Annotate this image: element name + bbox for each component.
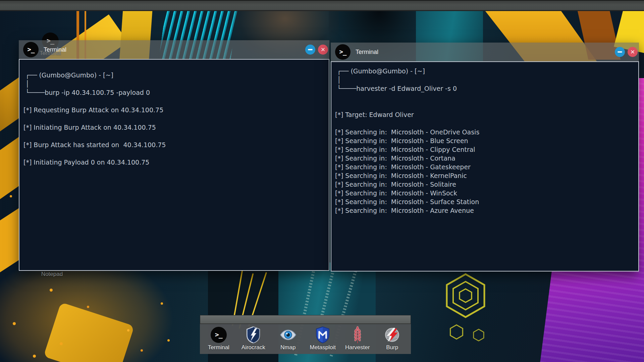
desktop-icon-notepad[interactable]: Notepad bbox=[34, 270, 70, 278]
close-button[interactable]: ✕ bbox=[628, 47, 638, 57]
harvester-wheat-icon bbox=[353, 326, 363, 344]
dock-item-label: Harvester bbox=[345, 344, 370, 351]
minimize-button[interactable] bbox=[305, 45, 315, 55]
window-titlebar[interactable]: >_ Terminal ✕ bbox=[331, 43, 639, 61]
dock-item-label: Metasploit bbox=[310, 344, 336, 351]
dock-item-terminal[interactable]: >_ Terminal bbox=[201, 326, 236, 354]
terminal-window-burp: >_ Terminal ✕ ┌── (Gumbo@Gumbo) - [~] │ … bbox=[19, 40, 329, 271]
top-panel bbox=[0, 0, 644, 11]
terminal-output[interactable]: ┌── (Gumbo@Gumbo) - [~] │ └────harvester… bbox=[331, 61, 639, 272]
dock-item-label: Burp bbox=[386, 344, 398, 351]
dock-item-nmap[interactable]: Nmap bbox=[271, 326, 306, 354]
terminal-output[interactable]: ┌── (Gumbo@Gumbo) - [~] │ └────burp -ip … bbox=[19, 59, 329, 271]
burp-bolt-icon bbox=[384, 327, 400, 343]
dock-item-label: Airocrack bbox=[241, 344, 265, 351]
hexagon-emblem-small bbox=[472, 328, 485, 343]
nmap-eye-icon bbox=[280, 329, 297, 341]
dock-item-metasploit[interactable]: Metasploit bbox=[306, 326, 340, 354]
dock-item-harvester[interactable]: Harvester bbox=[340, 326, 375, 354]
terminal-window-harvester: >_ Terminal ✕ ┌── (Gumbo@Gumbo) - [~] │ … bbox=[331, 43, 639, 272]
window-title: Terminal bbox=[356, 43, 378, 61]
dock-item-label: Terminal bbox=[208, 344, 229, 351]
minimize-button[interactable] bbox=[615, 47, 625, 57]
window-titlebar[interactable]: >_ Terminal ✕ bbox=[19, 40, 329, 59]
airocrack-shield-icon bbox=[246, 326, 260, 343]
desktop-icon-label: Notepad bbox=[41, 271, 63, 278]
hexagon-emblem-small bbox=[449, 324, 464, 341]
metasploit-shield-icon bbox=[316, 326, 330, 343]
wallpaper-particles bbox=[0, 11, 2, 13]
window-title: Terminal bbox=[44, 40, 66, 59]
terminal-icon: >_ bbox=[23, 42, 39, 57]
hexagon-emblem bbox=[442, 272, 489, 322]
dock-item-label: Nmap bbox=[280, 344, 296, 351]
desktop-screen: >_ Terminal Notepad >_ Terminal ✕ ┌── (G… bbox=[0, 0, 644, 362]
dock-top-strip bbox=[200, 315, 411, 324]
terminal-icon: >_ bbox=[211, 327, 227, 343]
terminal-icon: >_ bbox=[335, 44, 351, 60]
dock: >_ Terminal Airocrack bbox=[200, 324, 411, 354]
close-button[interactable]: ✕ bbox=[318, 45, 328, 55]
dock-item-airocrack[interactable]: Airocrack bbox=[236, 326, 271, 354]
dock-item-burp[interactable]: Burp bbox=[375, 326, 410, 354]
